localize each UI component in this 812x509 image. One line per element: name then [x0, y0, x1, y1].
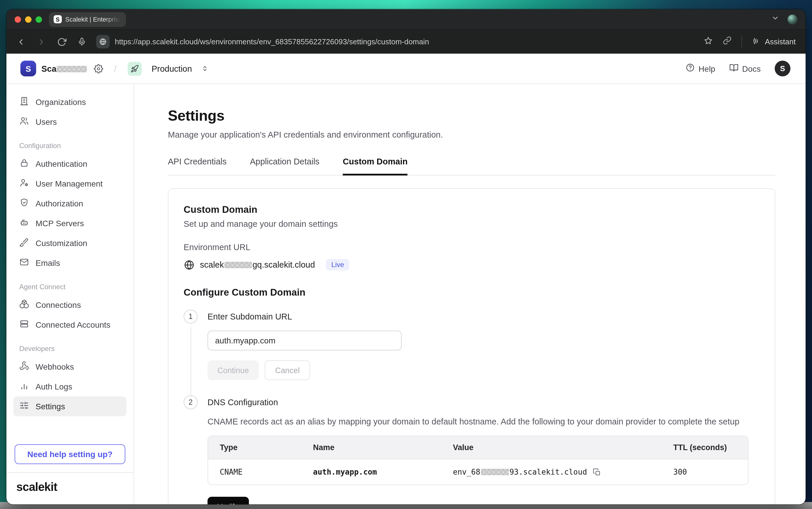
cubes-icon [19, 299, 29, 311]
chevron-down-icon[interactable] [771, 14, 779, 25]
workspace-logo[interactable]: S [21, 61, 36, 76]
sidebar-item-label: Customization [36, 238, 87, 248]
sidebar-item-label: Organizations [36, 97, 86, 107]
cancel-button[interactable]: Cancel [264, 360, 310, 380]
cell-ttl: 300 [662, 460, 748, 484]
rocket-icon [128, 62, 142, 75]
assistant-label: Assistant [765, 37, 796, 46]
sidebar-item-label: Users [36, 117, 57, 127]
tab-application-details[interactable]: Application Details [250, 157, 320, 175]
redacted-text [57, 66, 87, 72]
dns-configuration-description: CNAME records act as an alias by mapping… [208, 417, 758, 426]
sidebar-item-label: Connections [36, 300, 81, 310]
sidebar-item-organizations[interactable]: Organizations [13, 92, 127, 112]
sidebar-section-configuration: Configuration [19, 142, 121, 150]
redacted-text [481, 469, 509, 475]
docs-button[interactable]: Docs [729, 63, 761, 74]
sidebar-footer: scalekit [6, 472, 134, 504]
breadcrumb-separator: / [114, 64, 116, 73]
dns-table-header: Type Name Value TTL (seconds) [208, 436, 748, 459]
paintbrush-icon [19, 237, 29, 249]
bookmark-star-icon[interactable] [704, 36, 713, 47]
sliders-icon [19, 401, 29, 412]
need-help-button[interactable]: Need help setting up? [14, 444, 125, 464]
column-header-name: Name [302, 436, 441, 459]
assistant-icon [752, 36, 761, 47]
sidebar-item-customization[interactable]: Customization [13, 233, 127, 253]
close-window-button[interactable] [14, 16, 21, 23]
tab-custom-domain[interactable]: Custom Domain [343, 157, 408, 175]
scalekit-app: S Sca / Production [6, 54, 806, 504]
sidebar-item-connected-accounts[interactable]: Connected Accounts [13, 315, 127, 335]
copy-icon[interactable] [593, 468, 601, 476]
help-button[interactable]: Help [686, 63, 715, 74]
shield-check-icon [19, 198, 29, 209]
bar-chart-icon [19, 381, 29, 393]
column-header-type: Type [208, 436, 302, 459]
verify-button[interactable]: Verify [208, 497, 249, 504]
step-2-number: 2 [184, 395, 198, 409]
mic-icon[interactable] [77, 37, 86, 46]
step-connector-line [190, 327, 191, 395]
sidebar-item-webhooks[interactable]: Webhooks [13, 357, 127, 377]
tab-api-credentials[interactable]: API Credentials [168, 157, 227, 175]
main-content: Settings Manage your application's API c… [134, 84, 806, 504]
user-gear-icon [19, 178, 29, 190]
assistant-button[interactable]: Assistant [752, 36, 796, 47]
sidebar-item-label: Auth Logs [36, 382, 72, 391]
webhook-icon [19, 361, 29, 373]
step-1-number: 1 [184, 310, 198, 324]
custom-domain-card: Custom Domain Set up and manage your dom… [168, 188, 775, 504]
browser-profile-avatar[interactable] [787, 14, 798, 24]
workspace-settings-gear-icon[interactable] [94, 64, 103, 73]
reload-icon[interactable] [57, 37, 66, 46]
forward-icon[interactable] [37, 37, 46, 46]
scalekit-wordmark: scalekit [16, 480, 57, 493]
sidebar-item-settings[interactable]: Settings [13, 397, 127, 416]
table-row: CNAME auth.myapp.com env_6893.scalekit.c… [208, 459, 748, 484]
building-icon [19, 96, 29, 108]
maximize-window-button[interactable] [36, 16, 42, 23]
docs-label: Docs [742, 64, 761, 73]
minimize-window-button[interactable] [25, 16, 32, 23]
copy-link-icon[interactable] [723, 36, 732, 47]
address-bar[interactable]: https://app.scalekit.cloud/ws/environmen… [115, 37, 704, 46]
environment-selector[interactable]: Production [151, 64, 192, 73]
dns-configuration-label: DNS Configuration [208, 395, 758, 409]
sidebar-item-label: MCP Servers [36, 218, 84, 228]
chevrons-up-down-icon[interactable] [201, 65, 209, 72]
workspace-name[interactable]: Sca [41, 64, 87, 73]
sidebar-item-auth-logs[interactable]: Auth Logs [13, 377, 127, 397]
browser-window: S Scalekit | Enterprise Ready A [6, 9, 806, 504]
lock-icon [19, 158, 29, 170]
sidebar-item-label: Authentication [36, 159, 87, 169]
back-icon[interactable] [16, 37, 26, 46]
sidebar-item-users[interactable]: Users [13, 112, 127, 132]
browser-tab[interactable]: S Scalekit | Enterprise Ready A [49, 12, 126, 27]
live-status-badge: Live [326, 259, 349, 271]
card-subtitle: Set up and manage your domain settings [184, 219, 758, 229]
environment-url-label: Environment URL [184, 242, 758, 252]
sidebar-item-connections[interactable]: Connections [13, 295, 127, 315]
cell-name: auth.myapp.com [302, 460, 441, 484]
desktop: S Scalekit | Enterprise Ready A [0, 0, 812, 509]
sidebar-item-authorization[interactable]: Authorization [13, 194, 127, 213]
sidebar-section-agent-connect: Agent Connect [19, 283, 121, 291]
window-controls [14, 16, 42, 23]
sidebar: Organizations Users Configuration Authen… [6, 84, 134, 504]
sidebar-item-label: Settings [36, 402, 65, 411]
continue-button[interactable]: Continue [208, 360, 259, 380]
subdomain-input[interactable] [208, 331, 402, 350]
dns-records-table: Type Name Value TTL (seconds) CNAME [208, 436, 748, 485]
settings-tabs: API Credentials Application Details Cust… [168, 157, 775, 175]
sidebar-item-mcp-servers[interactable]: MCP Servers [13, 213, 127, 233]
sidebar-item-label: User Management [36, 179, 103, 188]
sidebar-item-authentication[interactable]: Authentication [13, 154, 127, 174]
robot-icon [19, 217, 29, 229]
sidebar-item-user-management[interactable]: User Management [13, 174, 127, 194]
site-globe-icon[interactable] [96, 35, 110, 48]
sidebar-item-emails[interactable]: Emails [13, 253, 127, 273]
sidebar-item-label: Emails [36, 258, 60, 268]
configure-custom-domain-title: Configure Custom Domain [184, 287, 758, 298]
user-avatar[interactable]: S [775, 61, 790, 76]
